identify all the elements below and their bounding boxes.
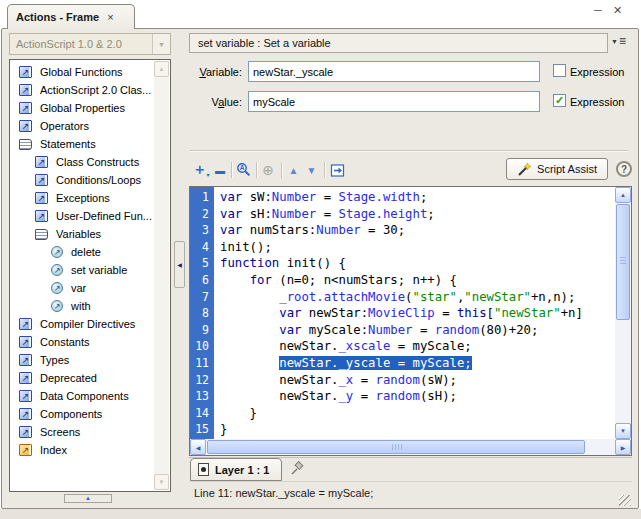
layer-icon [198, 463, 209, 476]
horizontal-scrollbar[interactable]: ◀ ▶ [190, 439, 631, 455]
tree-item-deprecated[interactable]: ↗Deprecated [11, 369, 154, 387]
tree-item-class-constructs[interactable]: ↗Class Constructs [11, 153, 154, 171]
tree-item-label: Components [40, 408, 102, 420]
minus-icon: ▬ [215, 165, 225, 176]
script-tab-layer1[interactable]: Layer 1 : 1 [190, 458, 282, 481]
code-line-13[interactable]: newStar._y = random(sH); [220, 388, 615, 405]
window-close-icon[interactable]: ✕ [613, 4, 622, 17]
import-script-button[interactable] [328, 160, 346, 180]
variable-expression-checkbox[interactable] [553, 64, 566, 77]
book-arrow-icon: ↗ [19, 354, 32, 366]
move-up-button[interactable]: ▲ [285, 160, 302, 180]
tree-item-label: var [71, 282, 86, 294]
tree-item-global-properties[interactable]: ↗Global Properties [11, 99, 154, 117]
scroll-up-icon[interactable]: ▲ [154, 61, 169, 77]
code-line-7[interactable]: _root.attachMovie("star","newStar"+n,n); [220, 289, 615, 306]
window-shadow [0, 509, 641, 519]
line-number: 5 [190, 255, 209, 272]
scroll-left-icon[interactable]: ◀ [190, 439, 206, 455]
script-editor: 123456789101112131415 var sW:Number = St… [189, 186, 632, 456]
book-arrow-icon: ↗ [35, 174, 48, 186]
book-arrow-icon: ↗ [19, 390, 32, 402]
tree-item-components[interactable]: ↗Components [11, 405, 154, 423]
tree-item-index[interactable]: ↗Index [11, 441, 154, 459]
code-line-9[interactable]: var myScale:Number = random(80)+20; [220, 322, 615, 339]
tree-item-exceptions[interactable]: ↗Exceptions [11, 189, 154, 207]
panel-title: Actions - Frame [16, 11, 99, 23]
code-line-8[interactable]: var newStar:MovieClip = this["newStar"+n… [220, 305, 615, 322]
panel-options-menu-icon[interactable]: ▼ ≡ [611, 34, 626, 48]
line-number: 1 [190, 189, 209, 206]
tree-item-constants[interactable]: ↗Constants [11, 333, 154, 351]
delete-statement-button[interactable]: ▬ [213, 160, 227, 180]
tree-item-label: with [71, 300, 91, 312]
tree-item-global-functions[interactable]: ↗Global Functions [11, 63, 154, 81]
tree-item-operators[interactable]: ↗Operators [11, 117, 154, 135]
tree-item-label: Constants [40, 336, 90, 348]
tree-item-statements[interactable]: Statements [11, 135, 154, 153]
collapse-toolbox-bottom-button[interactable]: ▲ [64, 494, 112, 503]
code-line-4[interactable]: init(); [220, 239, 615, 256]
collapse-toolbox-button[interactable]: ◀ [174, 241, 185, 288]
insert-target-path-button[interactable]: ⊕ [259, 160, 277, 180]
code-line-15[interactable]: } [220, 421, 615, 438]
tree-item-label: Conditions/Loops [56, 174, 141, 186]
value-expression-checkbox[interactable]: ✓ [553, 94, 566, 107]
tab-close-icon[interactable]: × [107, 11, 113, 23]
tree-item-actionscript-2-0-clas[interactable]: ↗ActionScript 2.0 Clas... [11, 81, 154, 99]
magic-wand-icon [517, 162, 532, 177]
tree-item-var[interactable]: ↗var [11, 279, 154, 297]
scroll-down-icon[interactable]: ▼ [615, 423, 631, 439]
code-line-14[interactable]: } [220, 405, 615, 422]
circle-arrow-icon: ↗ [51, 246, 63, 258]
tree-item-label: Global Functions [40, 66, 123, 78]
code-line-2[interactable]: var sH:Number = Stage.height; [220, 206, 615, 223]
code-line-5[interactable]: function init() { [220, 255, 615, 272]
tree-item-compiler-directives[interactable]: ↗Compiler Directives [11, 315, 154, 333]
toolbox-scrollbar[interactable]: ▲ ▼ [154, 61, 169, 490]
tree-item-label: Exceptions [56, 192, 110, 204]
resize-grip[interactable] [619, 495, 631, 506]
move-down-button[interactable]: ▼ [303, 160, 320, 180]
panel-title-tab[interactable]: Actions - Frame × [7, 4, 135, 29]
code-line-1[interactable]: var sW:Number = Stage.width; [220, 189, 615, 206]
book-arrow-icon: ↗ [19, 120, 32, 132]
window-minimize-icon[interactable]: ─ [594, 4, 602, 16]
value-field-label: Value: [180, 96, 242, 108]
tree-item-data-components[interactable]: ↗Data Components [11, 387, 154, 405]
line-number-gutter: 123456789101112131415 [190, 187, 214, 439]
value-input[interactable] [248, 91, 540, 112]
tree-item-screens[interactable]: ↗Screens [11, 423, 154, 441]
help-button[interactable]: ? [616, 161, 632, 177]
scroll-up-icon[interactable]: ▲ [615, 187, 631, 203]
script-assist-button[interactable]: Script Assist [506, 158, 608, 180]
line-number: 15 [190, 421, 209, 438]
tree-item-label: ActionScript 2.0 Clas... [40, 84, 151, 96]
pin-script-icon[interactable] [289, 461, 305, 477]
code-line-12[interactable]: newStar._x = random(sW); [220, 372, 615, 389]
circle-arrow-icon: ↗ [51, 282, 63, 294]
tree-item-user-defined-fun[interactable]: ↗User-Defined Fun... [11, 207, 154, 225]
actionscript-version-dropdown[interactable]: ActionScript 1.0 & 2.0 ▼ [9, 33, 171, 55]
code-line-6[interactable]: for (n=0; n<numStars; n++) { [220, 272, 615, 289]
tree-item-types[interactable]: ↗Types [11, 351, 154, 369]
vertical-scroll-thumb[interactable] [616, 204, 630, 320]
vertical-scrollbar[interactable]: ▲ ▼ [615, 187, 631, 439]
code-line-3[interactable]: var numStars:Number = 30; [220, 222, 615, 239]
code-line-10[interactable]: newStar._xscale = myScale; [220, 338, 615, 355]
code-area[interactable]: var sW:Number = Stage.width;var sH:Numbe… [214, 187, 615, 439]
tree-item-set-variable[interactable]: ↗set variable [11, 261, 154, 279]
horizontal-scroll-thumb[interactable] [207, 440, 585, 454]
tree-item-delete[interactable]: ↗delete [11, 243, 154, 261]
code-line-11[interactable]: newStar._yscale = myScale; [220, 355, 615, 372]
find-button[interactable]: A [235, 160, 252, 180]
scroll-right-icon[interactable]: ▶ [615, 439, 631, 455]
variable-input[interactable] [248, 61, 540, 82]
add-statement-button[interactable]: ＋ ▾ [192, 160, 210, 180]
tree-item-variables[interactable]: Variables [11, 225, 154, 243]
caret-down-icon: ▾ [206, 171, 209, 178]
arrow-down-icon: ▼ [307, 165, 317, 176]
scroll-down-icon[interactable]: ▼ [154, 474, 169, 490]
tree-item-with[interactable]: ↗with [11, 297, 154, 315]
tree-item-conditions-loops[interactable]: ↗Conditions/Loops [11, 171, 154, 189]
